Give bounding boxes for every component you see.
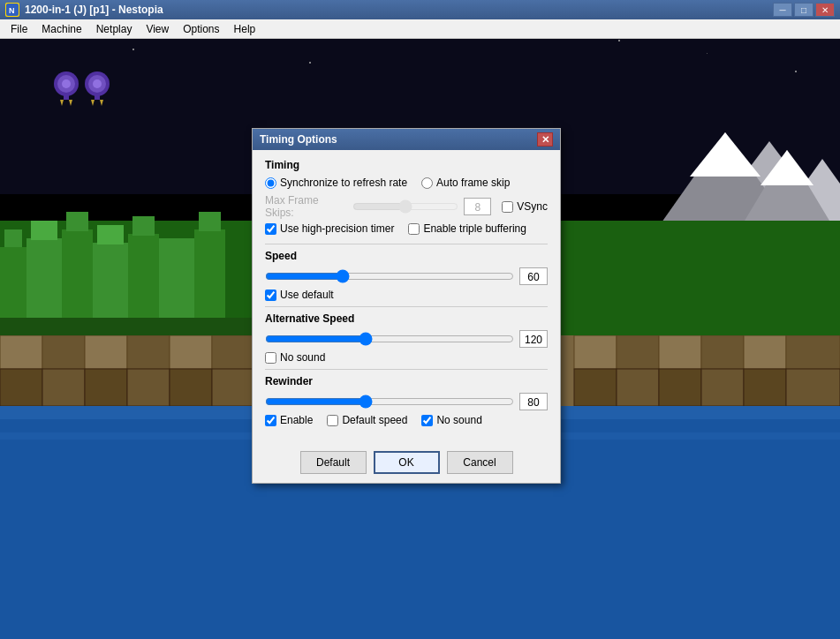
- menu-machine[interactable]: Machine: [34, 21, 88, 37]
- rewinder-default-speed-label: Default speed: [342, 414, 407, 426]
- speed-section-label: Speed: [265, 250, 548, 262]
- window-controls[interactable]: ─ □ ✕: [773, 3, 835, 17]
- svg-rect-27: [0, 369, 42, 406]
- dialog-body: Timing Synchronize to refresh rate Auto …: [253, 150, 560, 444]
- rewinder-default-speed-option[interactable]: Default speed: [327, 414, 407, 426]
- precision-option[interactable]: Use high-precision timer: [265, 222, 394, 235]
- default-button[interactable]: Default: [300, 451, 367, 474]
- rewinder-section-label: Rewinder: [265, 375, 548, 387]
- svg-rect-31: [170, 369, 212, 406]
- alt-speed-slider-row: 120: [265, 330, 548, 348]
- alt-nosound-option[interactable]: No sound: [265, 351, 548, 364]
- ok-button[interactable]: OK: [374, 451, 440, 474]
- auto-frameskip-radio[interactable]: [421, 177, 433, 189]
- svg-rect-9: [31, 221, 57, 240]
- dialog-titlebar: Timing Options ✕: [253, 129, 560, 150]
- svg-marker-56: [100, 100, 103, 106]
- use-default-label: Use default: [280, 289, 334, 301]
- svg-rect-15: [132, 216, 155, 236]
- max-frameskips-value: 8: [464, 198, 491, 215]
- sync-refresh-label: Synchronize to refresh rate: [280, 177, 407, 189]
- menu-view[interactable]: View: [139, 21, 176, 37]
- svg-text:N: N: [9, 6, 15, 15]
- svg-marker-49: [60, 100, 64, 106]
- alt-nosound-label: No sound: [280, 351, 325, 364]
- svg-rect-11: [66, 212, 88, 231]
- use-default-option[interactable]: Use default: [265, 289, 548, 301]
- use-default-checkbox[interactable]: [265, 289, 276, 301]
- menubar: File Machine Netplay View Options Help: [0, 19, 840, 39]
- svg-rect-28: [42, 369, 85, 406]
- svg-rect-43: [744, 369, 786, 406]
- speed-slider-row: 60: [265, 267, 548, 285]
- svg-rect-29: [85, 369, 127, 406]
- svg-point-53: [93, 79, 102, 88]
- svg-rect-44: [786, 369, 840, 406]
- dialog-close-button[interactable]: ✕: [537, 132, 553, 147]
- svg-rect-48: [64, 93, 69, 100]
- dialog-buttons: Default OK Cancel: [253, 444, 560, 483]
- vsync-option[interactable]: VSync: [502, 200, 548, 213]
- vsync-label: VSync: [517, 200, 548, 213]
- alt-speed-section-label: Alternative Speed: [265, 312, 548, 325]
- menu-netplay[interactable]: Netplay: [89, 21, 140, 37]
- triple-buffering-label: Enable triple buffering: [423, 222, 526, 235]
- rewinder-nosound-label: No sound: [436, 414, 481, 426]
- rewinder-nosound-checkbox[interactable]: [421, 415, 433, 426]
- rewinder-slider-row: 80: [265, 393, 548, 410]
- rewinder-enable-label: Enable: [280, 414, 313, 426]
- menu-file[interactable]: File: [4, 21, 34, 37]
- cancel-button[interactable]: Cancel: [447, 451, 513, 474]
- max-frameskips-slider: [352, 199, 458, 214]
- rewinder-slider[interactable]: [265, 395, 514, 409]
- svg-rect-42: [701, 369, 744, 406]
- svg-rect-41: [659, 369, 701, 406]
- svg-rect-32: [212, 369, 254, 406]
- svg-rect-26: [212, 335, 254, 369]
- svg-rect-38: [786, 335, 840, 369]
- minimize-button[interactable]: ─: [773, 3, 792, 17]
- svg-rect-54: [95, 93, 100, 100]
- rewinder-value: 80: [519, 393, 548, 410]
- svg-marker-50: [69, 100, 72, 106]
- menu-options[interactable]: Options: [176, 21, 226, 37]
- app-icon: N: [5, 3, 19, 17]
- precision-checkbox[interactable]: [265, 223, 276, 235]
- svg-marker-4: [690, 132, 761, 177]
- app-title: 1200-in-1 (J) [p1] - Nestopia: [25, 4, 773, 16]
- svg-rect-21: [0, 335, 42, 369]
- vsync-checkbox[interactable]: [502, 201, 513, 213]
- svg-rect-35: [659, 335, 701, 369]
- rewinder-checkboxes-row: Enable Default speed No sound: [265, 414, 548, 430]
- svg-rect-39: [574, 369, 617, 406]
- max-frameskips-label: Max Frame Skips:: [265, 194, 347, 219]
- close-button[interactable]: ✕: [815, 3, 835, 17]
- speed-slider[interactable]: [265, 269, 514, 283]
- dialog-title: Timing Options: [260, 133, 337, 146]
- svg-rect-40: [617, 369, 659, 406]
- svg-rect-30: [127, 369, 170, 406]
- auto-frameskip-option[interactable]: Auto frame skip: [421, 177, 510, 189]
- menu-help[interactable]: Help: [227, 21, 263, 37]
- svg-rect-37: [744, 335, 786, 369]
- rewinder-default-speed-checkbox[interactable]: [327, 415, 338, 426]
- speed-value: 60: [519, 267, 548, 285]
- triple-buffering-option[interactable]: Enable triple buffering: [408, 222, 526, 235]
- sync-refresh-radio[interactable]: [265, 177, 276, 189]
- maximize-button[interactable]: □: [794, 3, 814, 17]
- rewinder-nosound-option[interactable]: No sound: [421, 414, 481, 426]
- sync-refresh-option[interactable]: Synchronize to refresh rate: [265, 177, 407, 189]
- svg-rect-18: [199, 212, 221, 231]
- rewinder-enable-option[interactable]: Enable: [265, 414, 313, 426]
- svg-rect-33: [574, 335, 617, 369]
- svg-rect-25: [170, 335, 212, 369]
- timing-options-dialog: Timing Options ✕ Timing Synchronize to r…: [252, 128, 561, 484]
- alt-nosound-checkbox[interactable]: [265, 352, 276, 364]
- alt-speed-slider[interactable]: [265, 332, 514, 346]
- triple-buffering-checkbox[interactable]: [408, 223, 420, 235]
- auto-frameskip-label: Auto frame skip: [436, 177, 510, 189]
- max-frameskips-row: Max Frame Skips: 8 VSync: [265, 194, 548, 219]
- precision-triple-row: Use high-precision timer Enable triple b…: [265, 222, 548, 238]
- rewinder-enable-checkbox[interactable]: [265, 415, 276, 426]
- svg-rect-13: [97, 225, 124, 244]
